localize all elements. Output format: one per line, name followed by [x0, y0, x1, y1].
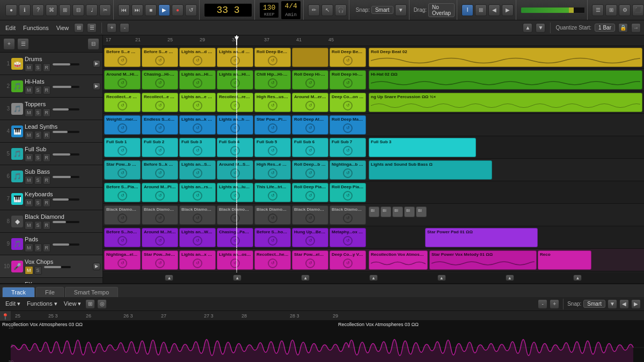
record-btn[interactable]: ● [172, 4, 184, 16]
position-counter[interactable]: 33 3 [204, 3, 252, 17]
mute-btn-drums[interactable]: M [25, 63, 33, 72]
clip-toppers-3[interactable]: Lights an...e with Fil ↺ [179, 93, 216, 112]
solo-btn-keyboards[interactable]: S [34, 198, 42, 207]
settings-btn[interactable]: ⚙ [619, 4, 631, 16]
loop-btn[interactable]: ↺ [185, 4, 197, 16]
clip-keys-6[interactable]: Roll Deep Piano 03 ↺ [292, 183, 328, 202]
record-arm-subbass[interactable]: R [43, 176, 51, 184]
clip-toppers-big[interactable]: ng Up Snare Percussion ΩΩ ½× [369, 93, 642, 112]
headphone-btn[interactable]: 🎧 [335, 4, 347, 16]
clip-pads-big[interactable]: Star Power Pad 01 ΩΩ [425, 228, 538, 247]
clip-lead-4[interactable]: Lights an...h Melody ↺ [217, 115, 253, 135]
clip-toppers-6[interactable]: Around M...ercussion ↺ [292, 93, 328, 112]
clip-toppers-7[interactable]: Deep Co...on Snaps ↺ [330, 93, 366, 112]
fast-forward-btn[interactable]: ⏭ [131, 4, 143, 16]
clip-drums-4[interactable]: Lights an...d Beat 02 ↺ [217, 48, 253, 67]
clip-pads-2[interactable]: Around M...ht Pad 02 ↺ [142, 228, 178, 247]
scissors-btn[interactable]: ✂ [99, 4, 111, 16]
fader-blackdiamond[interactable] [53, 221, 79, 223]
fader-keyboards[interactable] [53, 198, 79, 201]
clip-vox-7[interactable]: Deep Co...y Vox 02 ↺ [330, 250, 366, 270]
snap-btn[interactable]: ⊟ [72, 4, 84, 16]
arrow-down-btn[interactable]: ▼ [536, 23, 545, 33]
drag-value[interactable]: No Overlap [428, 3, 455, 17]
clip-vox-5[interactable]: Recollect...heres 03 ↺ [254, 250, 291, 270]
record-arm-toppers[interactable]: R [43, 108, 51, 117]
stop-btn[interactable]: ■ [145, 4, 157, 16]
clip-fullsub-3[interactable]: Full Sub 3 ↺ [179, 138, 216, 157]
clip-subbass-1[interactable]: Star Pow...b Bass 01 ↺ [104, 160, 141, 180]
info-btn[interactable]: ℹ [19, 4, 31, 16]
record-arm-keyboards[interactable]: R [43, 198, 51, 207]
clip-drums-big[interactable]: Roll Deep Beat 02 [369, 48, 642, 67]
record-arm-leadsynths[interactable]: R [43, 131, 51, 139]
clip-keys-1[interactable]: Before S...Piano 01 ↺ [104, 183, 141, 202]
clip-vox-4[interactable]: Lights an...ospheres ↺ [217, 250, 253, 270]
zoom-in-btn[interactable]: + [107, 23, 116, 33]
track-arrow-drums[interactable]: ▶ [93, 60, 100, 68]
mute-btn-toppers[interactable]: M [25, 108, 33, 117]
time-sig-display[interactable]: 4/4 Amin [281, 1, 301, 20]
clip-black-2[interactable]: Black Diamond 2 ↺ [142, 205, 178, 225]
bottom-btn2[interactable]: ◎ [97, 299, 107, 309]
bottom-functions-menu[interactable]: Functions ▾ [25, 299, 60, 308]
clip-subbass-3[interactable]: Lights an...Sub Bass ↺ [179, 160, 216, 180]
clip-drums-5[interactable]: Roll Deep Beat 01 ↺ [254, 48, 291, 67]
solo-btn-subbass[interactable]: S [34, 176, 42, 184]
arr-scroll-3[interactable]: ▲ [301, 275, 310, 281]
clip-black-7[interactable]: Black Diamond 7 ↺ [330, 205, 366, 225]
clip-pads-6[interactable]: Hung Up...Bell Pad ↺ [292, 228, 328, 247]
clip-black-small-3[interactable]: Bl [392, 206, 403, 217]
pointer-btn[interactable]: ↖ [321, 4, 333, 16]
list-view-btn[interactable]: ☰ [592, 4, 604, 16]
arr-scroll-2[interactable]: ▲ [233, 275, 241, 281]
fader-voxchops[interactable] [44, 266, 71, 268]
clip-hihats-4[interactable]: Lights an...Hi-Hat 02 ↺ [217, 70, 253, 90]
snap-value[interactable]: Smart [371, 6, 393, 14]
clip-hihats-2[interactable]: Chasing...Hi-Hat ↺ [142, 70, 178, 90]
scroll-l-btn[interactable]: ◀ [488, 4, 500, 16]
bottom-view-menu[interactable]: View ▾ [62, 299, 84, 308]
record-arm-pads[interactable]: R [43, 243, 51, 252]
clip-subbass-7[interactable]: Nightinga...b Bass 01 ↺ [330, 160, 366, 180]
clip-drums-7[interactable]: Roll Deep Beat 02 ↺ [330, 48, 366, 67]
arrow-up-btn[interactable]: ▲ [523, 23, 532, 33]
tab-file[interactable]: File [36, 287, 64, 297]
track-arrow-voxchops[interactable]: ▶ [93, 263, 100, 270]
clip-toppers-2[interactable]: Recollect...e Fills 04 ↺ [142, 93, 178, 112]
grid-view-btn[interactable]: ⊞ [605, 4, 617, 16]
bottom-snap-value[interactable]: Smart [583, 300, 605, 308]
collapse-btn[interactable]: ⊟ [87, 38, 99, 50]
fader-toppers[interactable] [53, 108, 79, 110]
clip-keys-4[interactable]: Lights an...lucks 02 ↺ [217, 183, 253, 202]
bottom-btn1[interactable]: ⊞ [85, 299, 95, 309]
fader-fullsub[interactable] [53, 153, 79, 156]
clip-black-4[interactable]: Black Diamond 4 ↺ [217, 205, 253, 225]
cmd-btn[interactable]: ⌘ [46, 4, 57, 16]
clip-lead-7[interactable]: Roll Deep Marimba ↺ [330, 115, 366, 135]
arr-scroll-4[interactable]: ▲ [369, 275, 378, 281]
arr-scroll-6[interactable]: ▲ [506, 275, 514, 281]
clip-fullsub-big[interactable]: Full Sub 3 [369, 138, 476, 157]
bpm-counter[interactable]: 130 KEEP [259, 2, 279, 18]
record-arm-hihats[interactable]: R [43, 86, 51, 94]
bottom-scroll-left[interactable]: ◀ [619, 299, 629, 309]
functions-menu[interactable]: Functions [21, 24, 51, 32]
solo-btn-leadsynths[interactable]: S [34, 131, 42, 139]
fader-subbass[interactable] [53, 176, 79, 178]
mute-btn-voxchops[interactable]: M [25, 266, 33, 275]
mute-btn-leadsynths[interactable]: M [25, 131, 33, 139]
tab-smart-tempo[interactable]: Smart Tempo [65, 287, 118, 297]
rewind-btn[interactable]: ⏮ [118, 4, 130, 16]
clip-vox-1[interactable]: Nightinga...elody 01 ↺ [104, 250, 141, 270]
clip-fullsub-2[interactable]: Full Sub 2 ↺ [142, 138, 178, 157]
fader-leadsynths[interactable] [53, 131, 79, 133]
clip-pads-5[interactable]: Before S...hords 02 ↺ [254, 228, 291, 247]
snap-toggle[interactable]: ▼ [395, 4, 407, 16]
bottom-zoom-out[interactable]: - [538, 299, 547, 309]
bottom-scroll-right[interactable]: ▶ [631, 299, 641, 309]
tab-track[interactable]: Track [2, 287, 35, 297]
clip-lead-6[interactable]: Roll Deep Atmo Lead ↺ [292, 115, 328, 135]
tracks-scroll[interactable]: Before S...e Beat 01 ↺ Before S...e Beat… [103, 46, 644, 272]
clip-vox-starpow[interactable]: Star Power Vox Melody 01 ΩΩ [429, 250, 537, 270]
